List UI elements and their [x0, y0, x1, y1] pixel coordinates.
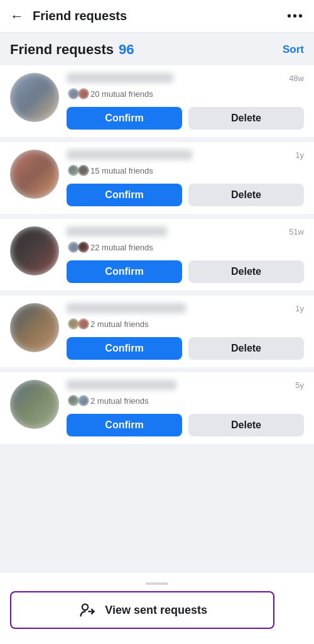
view-sent-requests-button[interactable]: View sent requests [10, 591, 274, 629]
user-name [67, 226, 167, 236]
mutual-count: 2 mutual friends [90, 319, 149, 329]
confirm-button[interactable]: Confirm [67, 414, 182, 436]
actions-row: Confirm Delete [67, 414, 304, 436]
actions-row: Confirm Delete [67, 184, 304, 206]
user-avatar [10, 380, 59, 429]
mutual-friends-row: 15 mutual friends [67, 164, 304, 177]
user-avatar [10, 150, 59, 199]
mutual-avatars [67, 87, 87, 101]
actions-row: Confirm Delete [67, 337, 304, 360]
mutual-avatar [77, 317, 90, 331]
timestamp: 1y [295, 304, 304, 313]
user-avatar [10, 73, 59, 122]
confirm-button[interactable]: Confirm [67, 107, 182, 130]
delete-button[interactable]: Delete [188, 260, 304, 283]
request-info: 51w 22 mutual friends Confirm Delete [67, 226, 304, 283]
user-name [67, 73, 173, 83]
request-info: 48w 20 mutual friends Confirm Delete [67, 73, 304, 130]
sent-requests-icon [77, 600, 97, 620]
mutual-avatars [67, 317, 87, 331]
name-row: 1y [67, 303, 304, 313]
user-avatar [10, 303, 59, 352]
page-title: Friend requests [10, 42, 114, 58]
drag-handle [146, 582, 168, 585]
svg-point-0 [82, 604, 88, 610]
mutual-friends-row: 2 mutual friends [67, 394, 304, 408]
request-item: 1y 15 mutual friends Confirm Delete [0, 142, 314, 214]
mutual-avatar [77, 87, 90, 101]
request-item: 5y 2 mutual friends Confirm Delete [0, 372, 314, 444]
mutual-avatars [67, 164, 87, 177]
actions-row: Confirm Delete [67, 107, 304, 130]
mutual-count: 22 mutual friends [90, 243, 153, 252]
request-item: 1y 2 mutual friends Confirm Delete [0, 296, 314, 367]
request-info: 1y 15 mutual friends Confirm Delete [67, 150, 304, 206]
delete-button[interactable]: Delete [188, 184, 304, 206]
user-name [67, 150, 192, 160]
name-row: 1y [67, 150, 304, 160]
delete-button[interactable]: Delete [188, 414, 304, 436]
back-button[interactable]: ← [10, 9, 24, 23]
mutual-friends-row: 2 mutual friends [67, 317, 304, 331]
request-item: 48w 20 mutual friends Confirm Delete [0, 65, 314, 137]
name-row: 51w [67, 226, 304, 236]
request-item: 51w 22 mutual friends Confirm Delete [0, 219, 314, 291]
request-info: 5y 2 mutual friends Confirm Delete [67, 380, 304, 436]
name-row: 5y [67, 380, 304, 390]
mutual-count: 2 mutual friends [90, 396, 149, 406]
timestamp: 48w [289, 74, 304, 83]
mutual-avatars [67, 394, 87, 408]
sub-header: Friend requests 96 Sort [0, 33, 314, 63]
sub-header-left: Friend requests 96 [10, 42, 134, 58]
mutual-avatar [77, 240, 90, 254]
header: ← Friend requests ••• [0, 0, 314, 33]
bottom-bar: View sent requests [0, 572, 314, 644]
delete-button[interactable]: Delete [188, 107, 304, 130]
request-info: 1y 2 mutual friends Confirm Delete [67, 303, 304, 360]
header-title: Friend requests [33, 9, 127, 23]
mutual-avatars [67, 240, 87, 254]
header-left: ← Friend requests [10, 9, 127, 23]
mutual-count: 20 mutual friends [90, 89, 153, 99]
mutual-friends-row: 20 mutual friends [67, 87, 304, 101]
confirm-button[interactable]: Confirm [67, 260, 182, 283]
timestamp: 1y [295, 150, 304, 160]
mutual-count: 15 mutual friends [90, 166, 153, 175]
request-count-badge: 96 [119, 42, 134, 58]
timestamp: 51w [289, 227, 304, 236]
mutual-avatar [77, 164, 90, 177]
sort-button[interactable]: Sort [283, 43, 304, 56]
more-options-button[interactable]: ••• [287, 9, 304, 23]
user-avatar [10, 226, 59, 275]
mutual-friends-row: 22 mutual friends [67, 240, 304, 254]
confirm-button[interactable]: Confirm [67, 337, 182, 360]
mutual-avatar [77, 394, 90, 408]
user-name [67, 303, 186, 313]
view-sent-label: View sent requests [105, 604, 207, 617]
confirm-button[interactable]: Confirm [67, 184, 182, 206]
user-name [67, 380, 176, 390]
requests-list: 48w 20 mutual friends Confirm Delete [0, 63, 314, 452]
actions-row: Confirm Delete [67, 260, 304, 283]
delete-button[interactable]: Delete [188, 337, 304, 360]
name-row: 48w [67, 73, 304, 83]
timestamp: 5y [295, 380, 304, 390]
